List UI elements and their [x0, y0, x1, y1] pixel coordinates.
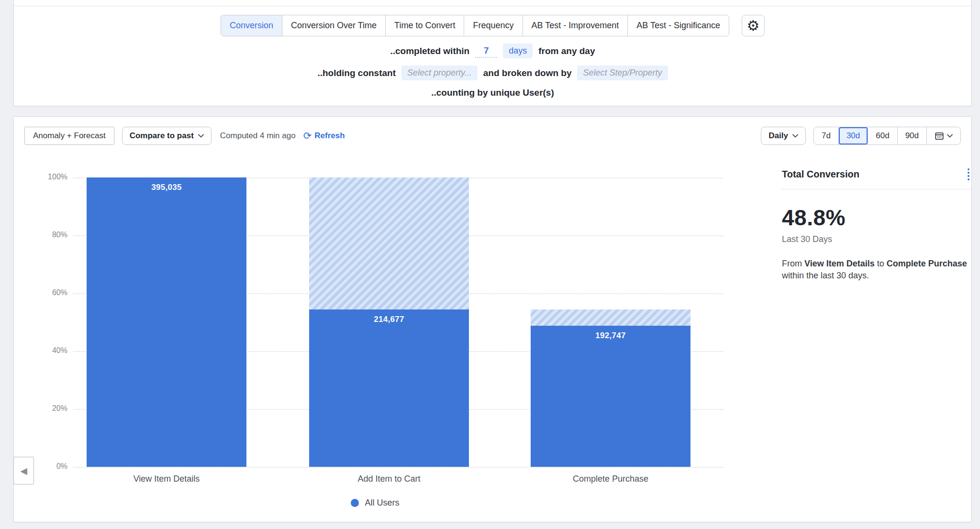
date-range-segmented-control: 7d 30d 60d 90d — [813, 127, 961, 145]
total-conversion-range: Last 30 Days — [782, 234, 972, 244]
builder-top-divider — [14, 0, 971, 6]
bar-value-label: 214,677 — [309, 315, 469, 324]
broken-down-by-label: and broken down by — [483, 68, 572, 78]
report-tabs-row: Conversion Conversion Over Time Time to … — [14, 15, 971, 36]
kebab-menu-icon[interactable] — [965, 166, 972, 182]
tab-conversion[interactable]: Conversion — [221, 15, 282, 36]
funnel-bar-complete-purchase[interactable]: 192,747 — [531, 177, 690, 467]
bar-value-label: 395,035 — [87, 183, 246, 192]
calendar-icon — [935, 131, 944, 141]
tab-frequency[interactable]: Frequency — [464, 15, 523, 36]
summary-divider — [782, 189, 972, 189]
ytick-40: 40% — [28, 346, 67, 355]
dropoff-hatch-region — [309, 177, 469, 309]
refresh-icon: ⟳ — [303, 131, 312, 141]
collapse-sidebar-button[interactable]: ◀ — [13, 457, 34, 485]
completed-within-label: ..completed within — [390, 46, 469, 56]
counting-by-label: ..counting by unique User(s) — [431, 88, 554, 98]
total-conversion-value: 48.8% — [782, 205, 972, 231]
funnel-bar-add-item-to-cart[interactable]: 214,677 — [309, 177, 469, 467]
tab-conversion-over-time[interactable]: Conversion Over Time — [282, 15, 386, 36]
xlabel-add-item-to-cart: Add Item to Cart — [309, 474, 469, 484]
funnel-bar-view-item-details[interactable]: 395,035 — [87, 177, 246, 467]
ytick-0: 0% — [28, 462, 67, 471]
report-tab-group: Conversion Conversion Over Time Time to … — [221, 15, 729, 36]
refresh-button[interactable]: ⟳ Refresh — [303, 131, 345, 141]
range-60d[interactable]: 60d — [868, 127, 897, 144]
funnel-builder-card: Conversion Conversion Over Time Time to … — [13, 0, 972, 106]
counting-row: ..counting by unique User(s) — [14, 88, 971, 98]
conversion-window-input[interactable]: 7 — [475, 44, 497, 58]
range-30d[interactable]: 30d — [839, 127, 868, 144]
total-conversion-title: Total Conversion — [782, 169, 859, 180]
desc-first-step: View Item Details — [804, 259, 875, 268]
legend-dot-all-users — [351, 499, 359, 507]
ytick-60: 60% — [28, 288, 67, 297]
chevron-down-icon — [947, 134, 953, 138]
anomaly-forecast-button[interactable]: Anomaly + Forecast — [24, 127, 114, 145]
gear-icon: ⚙ — [747, 19, 760, 33]
compare-to-past-label: Compare to past — [130, 131, 194, 141]
tab-time-to-convert[interactable]: Time to Convert — [386, 15, 464, 36]
dropoff-hatch-region — [531, 309, 690, 326]
settings-button[interactable]: ⚙ — [742, 15, 765, 36]
legend-label-all-users: All Users — [365, 498, 399, 508]
funnel-report-page: Conversion Conversion Over Time Time to … — [0, 0, 980, 529]
conversion-window-row: ..completed within 7 days from any day — [14, 44, 971, 58]
interval-dropdown[interactable]: Daily — [761, 127, 806, 145]
tab-ab-test-improvement[interactable]: AB Test - Improvement — [523, 15, 628, 36]
chart-legend: All Users — [14, 498, 736, 508]
holding-property-selector[interactable]: Select property... — [401, 66, 478, 80]
collapse-left-arrow-icon: ◀ — [20, 466, 27, 475]
breakdown-selector[interactable]: Select Step/Property — [577, 66, 668, 80]
ytick-80: 80% — [28, 231, 67, 239]
custom-date-range-button[interactable] — [927, 127, 960, 144]
from-any-day-label: from any day — [538, 46, 595, 56]
bar-value-label: 192,747 — [531, 331, 690, 341]
desc-tail: within the last 30 days. — [782, 271, 869, 280]
range-7d[interactable]: 7d — [814, 127, 839, 144]
chevron-down-icon — [792, 134, 798, 138]
desc-to: to — [877, 259, 884, 268]
toolbar-left-group: Anomaly + Forecast Compare to past Compu… — [24, 127, 345, 145]
interval-label: Daily — [768, 131, 788, 141]
toolbar-right-group: Daily 7d 30d 60d 90d — [761, 127, 961, 145]
holding-constant-label: ..holding constant — [317, 68, 396, 78]
desc-from: From — [782, 259, 802, 268]
total-conversion-description: From View Item Details to Complete Purch… — [782, 258, 969, 282]
refresh-label: Refresh — [314, 131, 345, 141]
window-unit-dropdown[interactable]: days — [503, 44, 533, 58]
range-90d[interactable]: 90d — [898, 127, 927, 144]
ytick-20: 20% — [28, 404, 67, 413]
desc-last-step: Complete Purchase — [887, 259, 967, 268]
holding-breakdown-row: ..holding constant Select property... an… — [14, 66, 971, 80]
xlabel-complete-purchase: Complete Purchase — [531, 474, 690, 484]
funnel-chart-card: Anomaly + Forecast Compare to past Compu… — [13, 116, 972, 522]
tab-ab-test-significance[interactable]: AB Test - Significance — [628, 15, 729, 36]
ytick-100: 100% — [28, 173, 67, 181]
total-conversion-panel: Total Conversion 48.8% Last 30 Days From… — [782, 166, 972, 282]
xlabel-view-item-details: View Item Details — [87, 474, 246, 484]
computed-timestamp: Computed 4 min ago — [220, 131, 296, 141]
chart-toolbar: Anomaly + Forecast Compare to past Compu… — [24, 127, 961, 145]
chevron-down-icon — [198, 134, 204, 138]
compare-to-past-button[interactable]: Compare to past — [122, 127, 212, 145]
